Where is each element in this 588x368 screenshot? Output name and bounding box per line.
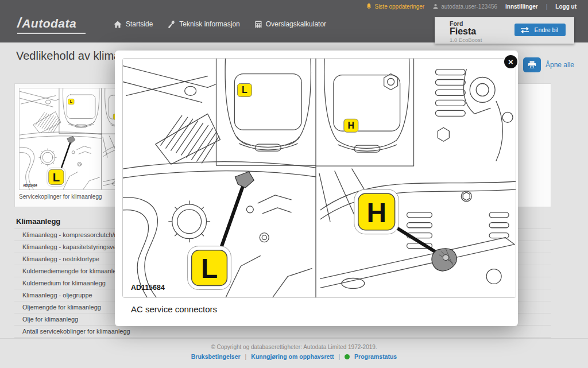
- main-nav: Startside Teknisk informasjon Overslagsk…: [114, 13, 326, 36]
- printer-icon: [528, 61, 536, 69]
- nav-label: Startside: [126, 20, 153, 28]
- nav-label: Overslagskalkulator: [266, 20, 326, 28]
- nav-label: Teknisk informasjon: [179, 20, 239, 28]
- utility-bar: Siste oppdateringer autodata.user-123456…: [366, 0, 577, 13]
- bell-icon: [366, 3, 372, 10]
- image-modal: × AC service connectors: [115, 51, 518, 326]
- modal-diagram: [123, 59, 516, 297]
- username-label: autodata.user-123456: [441, 3, 497, 10]
- green-status-dot: [345, 354, 350, 359]
- footer-links: Bruksbetingelser | Kunngjøring om opphav…: [0, 353, 588, 360]
- modal-diagram-frame: [122, 58, 516, 298]
- footer-link-bruksbetingelser[interactable]: Bruksbetingelser: [191, 353, 241, 360]
- footer-link-programstatus[interactable]: Programstatus: [354, 353, 397, 360]
- footer-link-opphavsrett[interactable]: Kunngjøring om opphavsrett: [251, 353, 334, 360]
- person-icon: [432, 3, 439, 10]
- open-all-control[interactable]: Åpne alle: [523, 57, 574, 72]
- autodata-logo[interactable]: /Autodata: [17, 15, 86, 34]
- latest-updates-link[interactable]: Siste oppdateringer: [366, 3, 424, 10]
- table-row[interactable]: Antall servicekoblinger for klimaanlegg: [14, 326, 551, 338]
- open-all-label: Åpne alle: [546, 61, 574, 69]
- swap-arrows-icon: [520, 27, 529, 33]
- footer-separator: |: [338, 353, 340, 360]
- change-vehicle-label: Endre bil: [535, 26, 558, 33]
- settings-link[interactable]: innstillinger: [505, 3, 538, 10]
- copyright-text: © Copyright og databaserettigheter: Auto…: [0, 344, 588, 350]
- calculator-icon: [255, 21, 262, 28]
- close-icon[interactable]: ×: [503, 54, 519, 69]
- change-vehicle-button[interactable]: Endre bil: [514, 24, 566, 36]
- logo-slash: /: [17, 15, 21, 30]
- screen: Siste oppdateringer autodata.user-123456…: [0, 0, 588, 368]
- home-icon: [114, 21, 122, 28]
- logo-text: Autodata: [22, 17, 76, 30]
- logout-link[interactable]: Logg ut: [555, 3, 577, 10]
- nav-item-startside[interactable]: Startside: [114, 20, 153, 28]
- nav-item-overslagskalkulator[interactable]: Overslagskalkulator: [255, 20, 326, 28]
- user-account[interactable]: autodata.user-123456: [432, 3, 497, 10]
- wrench-icon: [168, 21, 175, 28]
- modal-caption: AC service connectors: [131, 304, 217, 314]
- footer-separator: |: [245, 353, 247, 360]
- utility-separator: |: [546, 3, 548, 10]
- latest-updates-label: Siste oppdateringer: [374, 3, 424, 10]
- section-title: Klimaanlegg: [16, 217, 60, 226]
- app-footer: © Copyright og databaserettigheter: Auto…: [0, 338, 588, 368]
- print-button[interactable]: [523, 57, 541, 72]
- nav-item-teknisk-informasjon[interactable]: Teknisk informasjon: [168, 20, 239, 28]
- vehicle-engine: 1.0 EcoBoost: [450, 37, 574, 43]
- vehicle-panel: Ford Fiesta 1.0 EcoBoost Endre bil: [435, 17, 574, 44]
